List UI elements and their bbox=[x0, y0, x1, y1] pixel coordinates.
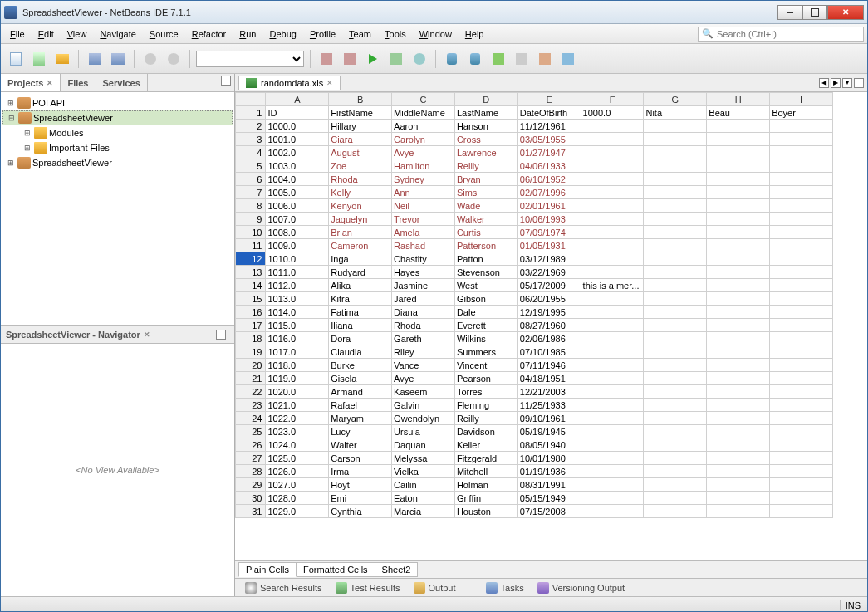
cell[interactable]: Patterson bbox=[454, 239, 517, 252]
cell[interactable]: 1006.0 bbox=[266, 199, 329, 213]
output-tab-test-results[interactable]: Test Results bbox=[329, 580, 407, 595]
cell[interactable] bbox=[707, 146, 770, 159]
cell[interactable] bbox=[581, 292, 644, 306]
cell[interactable]: Marcia bbox=[392, 505, 455, 518]
cell[interactable]: Wilkins bbox=[454, 332, 517, 345]
cell[interactable]: Rafael bbox=[329, 399, 392, 412]
table-row[interactable]: 251023.0LucyUrsulaDavidson05/19/1945 bbox=[236, 425, 833, 438]
cell[interactable] bbox=[581, 478, 644, 492]
cell[interactable] bbox=[581, 372, 644, 385]
cell[interactable]: Curtis bbox=[454, 226, 517, 239]
project-tree[interactable]: ⊞POI API⊟SpreadsheetViewer⊞Modules⊞Impor… bbox=[1, 92, 234, 325]
cell[interactable] bbox=[581, 226, 644, 239]
cell[interactable]: 1027.0 bbox=[266, 478, 329, 492]
cell[interactable]: Rhoda bbox=[329, 173, 392, 186]
cell[interactable]: Emi bbox=[329, 492, 392, 505]
cell[interactable]: 1018.0 bbox=[266, 359, 329, 372]
cell[interactable]: Reilly bbox=[454, 412, 517, 425]
cell[interactable]: Claudia bbox=[329, 345, 392, 359]
minimize-navigator-button[interactable] bbox=[216, 330, 226, 340]
cell[interactable]: Alika bbox=[329, 279, 392, 292]
cell[interactable] bbox=[644, 199, 707, 213]
cell[interactable]: Irma bbox=[329, 465, 392, 478]
cell[interactable]: 1000.0 bbox=[266, 120, 329, 133]
cell[interactable] bbox=[770, 239, 833, 252]
cell[interactable]: 08/27/1960 bbox=[517, 319, 581, 332]
row-number[interactable]: 6 bbox=[236, 173, 266, 186]
cell[interactable]: 1016.0 bbox=[266, 332, 329, 345]
row-number[interactable]: 4 bbox=[236, 146, 266, 159]
cell[interactable]: Vance bbox=[392, 359, 455, 372]
cell[interactable]: 1026.0 bbox=[266, 465, 329, 478]
menu-file[interactable]: File bbox=[4, 27, 31, 42]
cell[interactable] bbox=[707, 306, 770, 319]
cell[interactable] bbox=[581, 385, 644, 399]
cell[interactable]: August bbox=[329, 146, 392, 159]
table-row[interactable]: 91007.0JaquelynTrevorWalker10/06/1993 bbox=[236, 213, 833, 226]
table-row[interactable]: 111009.0CameronRashadPatterson01/05/1931 bbox=[236, 239, 833, 252]
expand-icon[interactable]: ⊟ bbox=[7, 114, 17, 122]
cell[interactable]: Cynthia bbox=[329, 505, 392, 518]
editor-tab[interactable]: randomdata.xls ✕ bbox=[238, 76, 341, 90]
cell[interactable] bbox=[581, 120, 644, 133]
table-row[interactable]: 51003.0ZoeHamiltonReilly04/06/1933 bbox=[236, 159, 833, 173]
menu-debug[interactable]: Debug bbox=[263, 27, 302, 42]
cell[interactable]: 07/15/2008 bbox=[517, 505, 581, 518]
cell[interactable] bbox=[707, 425, 770, 438]
cell[interactable] bbox=[770, 505, 833, 518]
cell[interactable] bbox=[644, 306, 707, 319]
cell[interactable]: Everett bbox=[454, 319, 517, 332]
cell[interactable]: Gareth bbox=[392, 332, 455, 345]
table-row[interactable]: 181016.0DoraGarethWilkins02/06/1986 bbox=[236, 332, 833, 345]
cell[interactable]: Sydney bbox=[392, 173, 455, 186]
tree-node[interactable]: ⊞Important Files bbox=[2, 140, 233, 155]
cell[interactable] bbox=[644, 345, 707, 359]
cell[interactable]: Zoe bbox=[329, 159, 392, 173]
db-button-1[interactable] bbox=[442, 49, 462, 69]
cell[interactable]: Vielka bbox=[392, 465, 455, 478]
cell[interactable] bbox=[581, 306, 644, 319]
cell[interactable] bbox=[770, 213, 833, 226]
cell[interactable]: Fleming bbox=[454, 399, 517, 412]
cell[interactable]: 1020.0 bbox=[266, 385, 329, 399]
tree-node[interactable]: ⊞SpreadsheetViewer bbox=[2, 155, 233, 170]
cell[interactable]: Cailin bbox=[392, 478, 455, 492]
cell[interactable]: Daquan bbox=[392, 438, 455, 452]
output-tab-versioning-output[interactable]: Versioning Output bbox=[531, 580, 631, 595]
cell[interactable]: 1029.0 bbox=[266, 505, 329, 518]
dropdown-tabs-button[interactable]: ▾ bbox=[842, 78, 852, 88]
cell[interactable] bbox=[707, 345, 770, 359]
build-button[interactable] bbox=[316, 49, 336, 69]
table-row[interactable]: 121010.0IngaChastityPatton03/12/1989 bbox=[236, 252, 833, 266]
table-row[interactable]: 281026.0IrmaVielkaMitchell01/19/1936 bbox=[236, 465, 833, 478]
cell[interactable]: DateOfBirth bbox=[517, 106, 581, 120]
cell[interactable]: Kitra bbox=[329, 292, 392, 306]
cell[interactable] bbox=[644, 173, 707, 186]
cell[interactable]: Houston bbox=[454, 505, 517, 518]
cell[interactable]: Beau bbox=[707, 106, 770, 120]
cell[interactable] bbox=[770, 399, 833, 412]
search-input[interactable] bbox=[717, 29, 860, 39]
tree-node[interactable]: ⊞POI API bbox=[2, 95, 233, 110]
cell[interactable] bbox=[707, 279, 770, 292]
col-header[interactable]: C bbox=[392, 93, 455, 106]
tab-projects[interactable]: Projects✕ bbox=[1, 74, 61, 91]
cell[interactable]: Cameron bbox=[329, 239, 392, 252]
cell[interactable]: 06/10/1952 bbox=[517, 173, 581, 186]
cell[interactable]: 1023.0 bbox=[266, 425, 329, 438]
cell[interactable] bbox=[707, 252, 770, 266]
cell[interactable]: 1007.0 bbox=[266, 213, 329, 226]
redo-button[interactable] bbox=[164, 49, 184, 69]
cell[interactable]: 1019.0 bbox=[266, 372, 329, 385]
cell[interactable]: Melyssa bbox=[392, 452, 455, 465]
cell[interactable] bbox=[770, 385, 833, 399]
cell[interactable]: 10/01/1980 bbox=[517, 452, 581, 465]
row-number[interactable]: 1 bbox=[236, 106, 266, 120]
cell[interactable]: Torres bbox=[454, 385, 517, 399]
cell[interactable] bbox=[770, 412, 833, 425]
cell[interactable]: Gwendolyn bbox=[392, 412, 455, 425]
next-tab-button[interactable]: ▶ bbox=[831, 78, 841, 88]
close-icon[interactable]: ✕ bbox=[144, 330, 150, 339]
cell[interactable]: Chastity bbox=[392, 252, 455, 266]
row-number[interactable]: 10 bbox=[236, 226, 266, 239]
